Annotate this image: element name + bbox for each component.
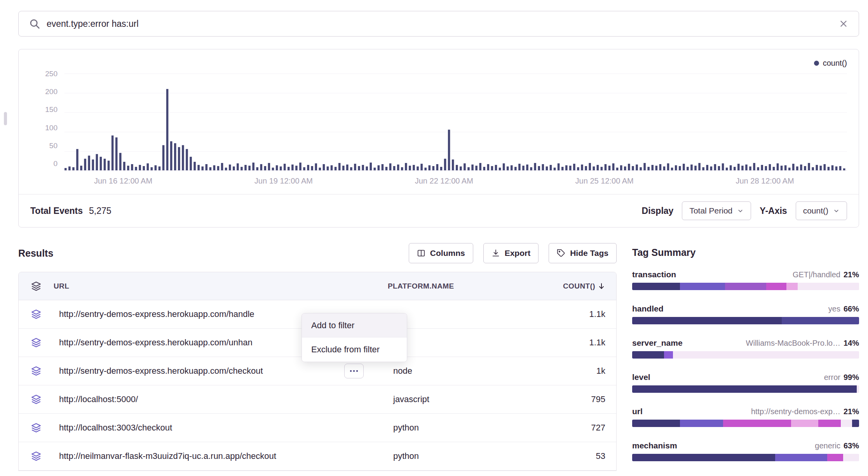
tag-distribution-bar[interactable] xyxy=(632,420,859,427)
search-bar xyxy=(18,11,859,37)
tag-bar-segment[interactable] xyxy=(673,351,859,359)
platform-cell: node xyxy=(388,366,497,376)
url-cell[interactable]: http://neilmanvar-flask-m3uuizd7iq-uc.a.… xyxy=(54,451,388,461)
stack-icon xyxy=(19,338,54,348)
tag-bar-segment[interactable] xyxy=(725,283,766,290)
header-count[interactable]: COUNT() xyxy=(497,282,605,290)
menu-item-add-to-filter[interactable]: Add to filter xyxy=(302,313,407,338)
hide-tags-button[interactable]: Hide Tags xyxy=(549,243,617,263)
legend-label: count() xyxy=(823,59,847,68)
platform-cell: javascript xyxy=(388,394,497,404)
panel-resize-handle[interactable] xyxy=(4,112,7,125)
chart-y-axis: 250 200 150 100 50 0 xyxy=(30,74,64,171)
search-input[interactable] xyxy=(47,19,832,29)
tag-bar-segment[interactable] xyxy=(632,283,680,290)
tag-bar-segment[interactable] xyxy=(632,420,680,427)
tag-top-pct: 21% xyxy=(844,407,859,416)
tag-top-value: Williams-MacBook-Pro.lo… xyxy=(746,339,840,347)
display-select[interactable]: Total Period xyxy=(682,201,751,220)
tag-top-value: error xyxy=(824,373,840,382)
stack-icon xyxy=(19,366,54,376)
tag-bar-segment[interactable] xyxy=(782,317,859,324)
tag-distribution-bar[interactable] xyxy=(632,454,859,461)
tag-bar-segment[interactable] xyxy=(786,283,798,290)
stack-icon xyxy=(19,423,54,433)
tag-distribution-bar[interactable] xyxy=(632,283,859,290)
count-cell: 727 xyxy=(497,423,605,433)
table-row[interactable]: http://neilmanvar-flask-m3uuizd7iq-uc.a.… xyxy=(19,442,616,471)
tag-distribution-bar[interactable] xyxy=(632,317,859,324)
y-axis-label: 150 xyxy=(45,106,58,113)
tag-bar-segment[interactable] xyxy=(680,420,723,427)
yaxis-select[interactable]: count() xyxy=(796,201,847,220)
tag-bar-segment[interactable] xyxy=(791,420,818,427)
x-axis-label: Jun 22 12:00 AM xyxy=(415,177,473,186)
tag-bar-segment[interactable] xyxy=(632,351,664,359)
export-button[interactable]: Export xyxy=(483,243,539,263)
y-axis-label: 0 xyxy=(53,159,58,167)
tag-bar-segment[interactable] xyxy=(632,454,775,461)
columns-button[interactable]: Columns xyxy=(409,243,473,263)
url-cell[interactable]: http://localhost:5000/ xyxy=(54,394,388,404)
x-axis-label: Jun 16 12:00 AM xyxy=(94,177,152,186)
tag-name: url xyxy=(632,407,643,416)
tag-bar-segment[interactable] xyxy=(852,420,859,427)
tag-row-transaction: transaction GET|/handled21% xyxy=(632,270,859,290)
tag-name: server_name xyxy=(632,338,683,348)
tag-top-pct: 66% xyxy=(844,304,859,313)
tag-bar-segment[interactable] xyxy=(857,385,859,393)
events-chart-panel: count() 250 200 150 100 50 0 Jun 16 12:0… xyxy=(18,49,859,228)
menu-item-exclude-from-filter[interactable]: Exclude from filter xyxy=(302,338,407,362)
table-row[interactable]: http://localhost:5000/ javascript 795 xyxy=(19,385,616,414)
url-cell[interactable]: http://sentry-demos-express.herokuapp.co… xyxy=(54,366,388,376)
tag-summary-panel: Tag Summary transaction GET|/handled21% … xyxy=(632,243,859,476)
url-cell[interactable]: http://localhost:3003/checkout xyxy=(54,423,388,433)
tag-bar-segment[interactable] xyxy=(775,454,827,461)
tag-bar-segment[interactable] xyxy=(798,283,859,290)
tag-bar-segment[interactable] xyxy=(841,420,852,427)
tag-bar-segment[interactable] xyxy=(664,351,673,359)
tag-bar-segment[interactable] xyxy=(843,454,859,461)
tag-distribution-bar[interactable] xyxy=(632,351,859,359)
tag-row-handled: handled yes66% xyxy=(632,304,859,324)
x-axis-label: Jun 28 12:00 AM xyxy=(736,177,794,186)
stack-header-icon[interactable] xyxy=(19,281,54,291)
tag-top-value: generic xyxy=(815,441,840,450)
total-events: Total Events 5,275 xyxy=(30,206,112,216)
header-url[interactable]: URL xyxy=(54,282,388,290)
stack-icon xyxy=(19,394,54,404)
tag-distribution-bar[interactable] xyxy=(632,385,859,393)
tag-top-pct: 14% xyxy=(844,339,859,347)
tag-name: level xyxy=(632,373,650,382)
table-row[interactable]: http://localhost:3003/checkout python 72… xyxy=(19,414,616,442)
tag-top-pct: 63% xyxy=(844,441,859,450)
y-axis-label: 50 xyxy=(49,142,58,149)
tag-bar-segment[interactable] xyxy=(818,420,841,427)
cell-actions-button[interactable] xyxy=(344,364,364,378)
tag-bar-segment[interactable] xyxy=(766,283,787,290)
chevron-down-icon xyxy=(833,208,840,214)
platform-cell: python xyxy=(388,423,497,433)
tag-bar-segment[interactable] xyxy=(632,317,782,324)
tag-top-pct: 21% xyxy=(844,270,859,279)
ellipsis-icon xyxy=(349,369,359,373)
tag-bar-segment[interactable] xyxy=(827,454,843,461)
header-platform[interactable]: PLATFORM.NAME xyxy=(388,282,497,290)
download-icon xyxy=(492,249,500,257)
y-axis-label: 200 xyxy=(45,88,58,95)
tag-row-mechanism: mechanism generic63% xyxy=(632,441,859,461)
display-label: Display xyxy=(642,206,674,216)
tag-top-value: GET|/handled xyxy=(793,270,840,279)
clear-search-icon[interactable] xyxy=(838,19,849,29)
search-icon xyxy=(29,18,40,30)
discover-page: count() 250 200 150 100 50 0 Jun 16 12:0… xyxy=(0,0,868,476)
legend-dot-icon xyxy=(814,61,819,66)
tag-bar-segment[interactable] xyxy=(632,385,857,393)
count-cell: 1k xyxy=(497,366,605,376)
chart-legend[interactable]: count() xyxy=(30,58,847,68)
tag-bar-segment[interactable] xyxy=(680,283,725,290)
tag-bar-segment[interactable] xyxy=(723,420,791,427)
tag-top-value: http://sentry-demos-exp… xyxy=(751,407,840,416)
x-axis-label: Jun 19 12:00 AM xyxy=(254,177,313,186)
platform-cell: python xyxy=(388,451,497,461)
